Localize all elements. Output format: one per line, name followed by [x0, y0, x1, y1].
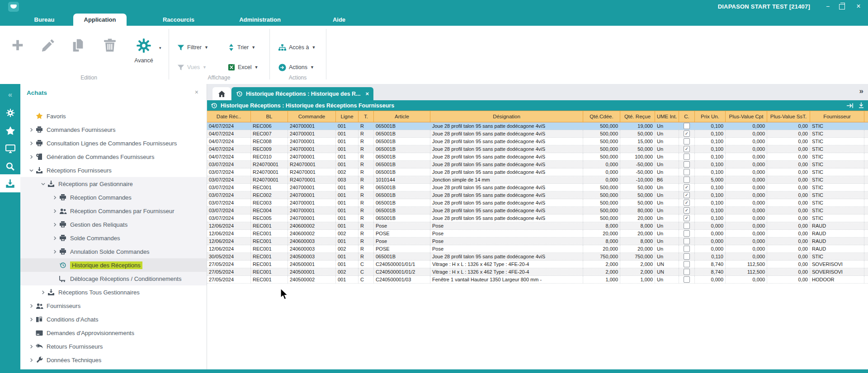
menu-tab-bureau[interactable]: Bureau	[15, 14, 73, 26]
checkbox-unchecked[interactable]	[684, 269, 690, 275]
column-header[interactable]: Désignation	[430, 111, 583, 122]
table-row[interactable]: 04/07/2024REC009240700001001R065001BJoue…	[207, 145, 868, 153]
access-button[interactable]: Accès à▼	[278, 42, 316, 53]
chevron-right-icon[interactable]	[51, 223, 58, 227]
checkbox-unchecked[interactable]	[684, 230, 690, 237]
table-row[interactable]: 03/07/2024REC001240700001001R065001BJoue…	[207, 184, 868, 191]
chevron-right-icon[interactable]	[51, 209, 58, 213]
sort-button[interactable]: Trier▼	[228, 42, 255, 53]
chevron-right-icon[interactable]	[28, 141, 35, 145]
checkbox-unchecked[interactable]	[684, 123, 690, 129]
table-row[interactable]: 12/06/2024REC001240600003001RPosePose8,0…	[207, 238, 868, 245]
column-header[interactable]: Qté.Cdée.	[583, 111, 620, 122]
tree-item[interactable]: Conditions d'Achats	[20, 312, 207, 326]
checkbox-unchecked[interactable]	[684, 161, 690, 168]
table-row[interactable]: 03/07/2024REC002240700001001R065001BJoue…	[207, 191, 868, 199]
tree-item[interactable]: Réception Commandes par Fournisseur	[20, 204, 207, 218]
chevron-right-icon[interactable]	[28, 317, 35, 322]
table-row[interactable]: 03/07/2024R24070001R24070001002R065001BJ…	[207, 168, 868, 176]
tree-item[interactable]: Génération de Commandes Fournisseurs	[20, 150, 207, 163]
checkbox-unchecked[interactable]	[684, 261, 690, 267]
chevron-right-icon[interactable]	[28, 345, 35, 349]
chevron-right-icon[interactable]	[28, 155, 35, 159]
tree-item[interactable]: Solde Commandes	[20, 231, 207, 245]
column-header[interactable]: Plus-Value SsT.	[767, 111, 810, 122]
table-row[interactable]: 30/05/2024REC001240500003001R065001BJoue…	[207, 253, 868, 261]
tree-item[interactable]: Gestion des Reliquats	[20, 218, 207, 231]
excel-button[interactable]: Excel▼	[228, 62, 259, 73]
rail-favorites-button[interactable]	[0, 124, 20, 138]
checkbox-unchecked[interactable]	[684, 169, 690, 175]
menu-tab-raccourcis[interactable]: Raccourcis	[142, 14, 215, 26]
chevron-right-icon[interactable]	[51, 250, 58, 254]
column-header[interactable]: Plus-Value Cpt	[726, 111, 767, 122]
checkbox-unchecked[interactable]	[684, 223, 690, 229]
minimize-button[interactable]: −	[824, 1, 832, 11]
tabstrip-overflow-icon[interactable]: »	[859, 87, 863, 96]
table-row[interactable]: 04/07/2024REC006240700001001R065001BJoue…	[207, 122, 868, 130]
chevron-down-icon[interactable]	[28, 168, 35, 173]
collapse-sidebar-button[interactable]: «	[0, 88, 20, 102]
export-download-icon[interactable]	[858, 102, 864, 109]
rail-settings-button[interactable]	[0, 106, 20, 120]
table-row[interactable]: 12/06/2024REC001240600003002RPOSEPose20,…	[207, 245, 868, 253]
tree-item[interactable]: Historique des Réceptions	[20, 258, 207, 272]
table-row[interactable]: 04/07/2024REC008240700001001R065001BJoue…	[207, 138, 868, 145]
tree-item[interactable]: Réceptions Tous Gestionnaires	[20, 285, 207, 299]
chevron-right-icon[interactable]	[28, 358, 35, 362]
column-header[interactable]: T.	[359, 111, 374, 122]
chevron-right-icon[interactable]	[28, 128, 35, 132]
tree-item[interactable]: Consultation Lignes de Commandes Fournis…	[20, 136, 207, 150]
checkbox-checked[interactable]: ✓	[684, 207, 690, 214]
checkbox-checked[interactable]: ✓	[684, 131, 690, 137]
column-header[interactable]: C.	[679, 111, 695, 122]
go-to-end-icon[interactable]	[846, 103, 854, 109]
checkbox-unchecked[interactable]	[684, 238, 690, 244]
table-row[interactable]: 27/05/2024REC001240500001001CC240500001/…	[207, 261, 868, 268]
checkbox-checked[interactable]: ✓	[684, 184, 690, 191]
edit-button[interactable]	[41, 37, 57, 54]
chevron-right-icon[interactable]	[51, 196, 58, 200]
table-row[interactable]: 27/05/2024REC001240500002001CC240500001/…	[207, 276, 868, 284]
sidebar-close-icon[interactable]: ×	[195, 89, 198, 96]
table-row[interactable]: 04/07/2024REC010240700001001R065001BJoue…	[207, 153, 868, 161]
column-header[interactable]: Qté. Reçue	[620, 111, 655, 122]
column-header[interactable]: UME Int.	[655, 111, 679, 122]
table-row[interactable]: 03/07/2024REC004240700001001R065001BJoue…	[207, 207, 868, 214]
copy-button[interactable]	[71, 37, 87, 54]
actions-button[interactable]: Actions▼	[278, 62, 314, 73]
chevron-right-icon[interactable]	[51, 236, 58, 240]
checkbox-unchecked[interactable]	[684, 177, 690, 183]
table-row[interactable]: 04/07/2024REC007240700001001R065001BJoue…	[207, 130, 868, 138]
column-header[interactable]: Prix Un.	[695, 111, 726, 122]
tree-item[interactable]: Commandes Fournisseurs	[20, 123, 207, 136]
table-row[interactable]: 03/07/2024R24070001R24070001001R065001BJ…	[207, 161, 868, 168]
tree-item[interactable]: Données Techniques	[20, 353, 207, 367]
tree-item[interactable]: Réceptions Fournisseurs	[20, 163, 207, 177]
tree-item[interactable]: Déblocage Réceptions / Conditionnements	[20, 272, 207, 285]
tree-item[interactable]: Demandes d'Approvisionnements	[20, 326, 207, 340]
home-tab[interactable]	[212, 87, 231, 100]
column-header[interactable]: Commande	[288, 111, 336, 122]
tree-item[interactable]: Retours Fournisseurs	[20, 340, 207, 353]
table-row[interactable]: 12/06/2024REC001240600002001RPosePose8,0…	[207, 222, 868, 230]
checkbox-unchecked[interactable]	[684, 253, 690, 260]
chevron-right-icon[interactable]	[39, 290, 47, 294]
add-button[interactable]	[10, 37, 26, 54]
column-header[interactable]: Ligne	[336, 111, 359, 122]
filter-button[interactable]: Filtrer▼	[177, 42, 208, 53]
column-header[interactable]: Article	[374, 111, 430, 122]
checkbox-checked[interactable]: ✓	[684, 200, 690, 206]
rail-desktop-button[interactable]	[0, 142, 20, 156]
advanced-caret-icon[interactable]: ▾	[159, 46, 161, 50]
tab-close-icon[interactable]: ×	[366, 90, 369, 97]
restore-button[interactable]	[839, 1, 847, 11]
checkbox-checked[interactable]: ✓	[684, 192, 690, 198]
chevron-right-icon[interactable]	[28, 304, 35, 308]
checkbox-unchecked[interactable]	[684, 246, 690, 252]
column-header[interactable]: Date Réc..	[207, 111, 251, 122]
tree-item[interactable]: Favoris	[20, 109, 207, 123]
delete-button[interactable]	[102, 37, 118, 54]
checkbox-checked[interactable]: ✓	[684, 146, 690, 152]
table-row[interactable]: 27/05/2024REC001240500001002CC240500001/…	[207, 268, 868, 276]
